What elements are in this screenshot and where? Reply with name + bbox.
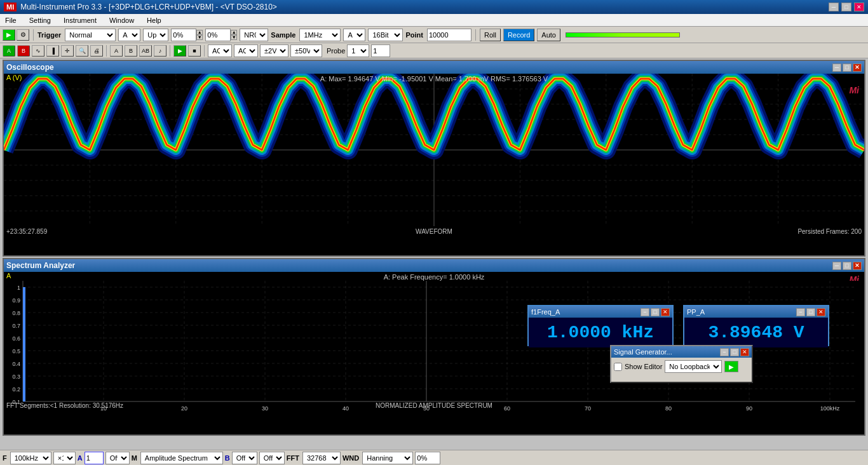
channel2-select[interactable]: A B bbox=[343, 29, 365, 41]
osc-waveform-svg bbox=[4, 74, 864, 226]
osc-restore-btn[interactable]: □ bbox=[843, 64, 851, 72]
offset2-input[interactable]: 0% bbox=[205, 29, 231, 41]
freq-select[interactable]: 1MHz 500kHz bbox=[299, 29, 341, 41]
osc-title-bar: Oscilloscope ─ □ ✕ bbox=[4, 61, 864, 74]
spin-down[interactable]: ▼ bbox=[196, 35, 203, 40]
voltage2-select[interactable]: ±50V ±5V bbox=[290, 44, 322, 57]
menu-instrument[interactable]: Instrument bbox=[61, 15, 99, 25]
wnd-label: WND bbox=[342, 454, 359, 462]
osc-timestamp: +23:35:27.859 bbox=[6, 228, 47, 235]
off-select[interactable]: Off bbox=[105, 452, 130, 464]
svg-text:0.6: 0.6 bbox=[12, 335, 20, 342]
val-input[interactable]: 1 bbox=[85, 452, 104, 464]
fft-select[interactable]: 32768 bbox=[302, 452, 341, 464]
offset2-spinner[interactable]: ▲▼ bbox=[231, 30, 237, 40]
spec-min-btn[interactable]: ─ bbox=[832, 262, 841, 270]
a-icon[interactable]: A bbox=[110, 45, 123, 57]
off3-select[interactable]: Off bbox=[259, 452, 285, 464]
point-input[interactable]: 10000 bbox=[427, 29, 471, 41]
cursor-icon[interactable]: ✛ bbox=[61, 45, 74, 57]
offset1-input[interactable]: 0% bbox=[171, 29, 196, 41]
sig-gen-restore-btn[interactable]: □ bbox=[730, 348, 739, 356]
coupling-a-select[interactable]: AC DC bbox=[208, 44, 232, 57]
percent-input[interactable]: 0% bbox=[415, 452, 440, 464]
trigger-direction-select[interactable]: Up Down bbox=[143, 29, 168, 41]
ch-a-on-btn[interactable]: A bbox=[3, 45, 15, 57]
show-editor-label: Show Editor bbox=[625, 363, 662, 370]
trigger-label: Trigger bbox=[37, 31, 61, 39]
sep2 bbox=[475, 29, 476, 41]
menu-bar: File Setting Instrument Window Help bbox=[0, 14, 868, 27]
play-btn[interactable]: ▶ bbox=[724, 361, 738, 372]
osc-close-btn[interactable]: ✕ bbox=[853, 64, 862, 72]
f1freq-min-btn[interactable]: − bbox=[641, 308, 649, 316]
ch-b-on-btn[interactable]: B bbox=[17, 45, 30, 57]
pp-panel: PP_A − □ ✕ 3.89648 V bbox=[683, 305, 829, 346]
print-icon[interactable]: 🖨 bbox=[90, 45, 103, 57]
svg-text:80: 80 bbox=[665, 405, 672, 412]
nr-select[interactable]: NR0 NR1 bbox=[240, 29, 268, 41]
pp-min-btn[interactable]: − bbox=[796, 308, 805, 316]
svg-text:100kHz: 100kHz bbox=[820, 405, 840, 412]
sig-gen-close-btn[interactable]: ✕ bbox=[740, 348, 749, 356]
menu-setting[interactable]: Setting bbox=[27, 15, 53, 25]
stop-icon[interactable]: ■ bbox=[188, 45, 201, 57]
bits-select[interactable]: 16Bit 8Bit bbox=[368, 29, 403, 41]
osc-min-btn[interactable]: ─ bbox=[832, 64, 841, 72]
settings-icon[interactable]: ⚙ bbox=[17, 29, 29, 41]
zoom-icon[interactable]: 🔍 bbox=[76, 45, 88, 57]
ab-icon[interactable]: AB bbox=[139, 45, 152, 57]
svg-text:0.8: 0.8 bbox=[12, 310, 20, 316]
f-label: F bbox=[3, 454, 7, 462]
off2-select[interactable]: Off bbox=[232, 452, 257, 464]
spin-up[interactable]: ▲ bbox=[196, 30, 203, 35]
spec-title: Spectrum Analyzer bbox=[6, 261, 75, 270]
close-btn[interactable]: ✕ bbox=[854, 3, 864, 11]
f1freq-restore-btn[interactable]: □ bbox=[651, 308, 660, 316]
restore-btn[interactable]: □ bbox=[841, 3, 851, 11]
minimize-btn[interactable]: ─ bbox=[829, 3, 839, 11]
sample-label: Sample bbox=[271, 31, 295, 39]
b-label: B bbox=[225, 454, 230, 462]
record-button[interactable]: Record bbox=[503, 29, 534, 41]
menu-help[interactable]: Help bbox=[144, 15, 164, 25]
voltage-select[interactable]: ±2V ±5V bbox=[260, 44, 288, 57]
pp-close-btn[interactable]: ✕ bbox=[817, 308, 825, 316]
b-icon[interactable]: B bbox=[125, 45, 137, 57]
trigger-channel-select[interactable]: A B bbox=[118, 29, 140, 41]
title-bar-controls: ─ □ ✕ bbox=[829, 3, 864, 11]
f1freq-close-btn[interactable]: ✕ bbox=[661, 308, 670, 316]
freq-bottom-select[interactable]: 100kHz bbox=[10, 452, 51, 464]
menu-file[interactable]: File bbox=[3, 15, 19, 25]
spin-up2[interactable]: ▲ bbox=[231, 30, 237, 35]
menu-window[interactable]: Window bbox=[107, 15, 137, 25]
wnd-select[interactable]: Hanning bbox=[362, 452, 413, 464]
probe-val2-input[interactable]: 1 bbox=[371, 44, 390, 57]
spec-restore-btn[interactable]: □ bbox=[843, 262, 851, 270]
auto-button[interactable]: Auto bbox=[537, 29, 560, 41]
probe-val-select[interactable]: 1 10 bbox=[347, 44, 369, 57]
roll-button[interactable]: Roll bbox=[480, 29, 501, 41]
spec-close-btn[interactable]: ✕ bbox=[853, 262, 862, 270]
pp-restore-btn[interactable]: □ bbox=[806, 308, 815, 316]
bar-icon[interactable]: ▐ bbox=[46, 45, 59, 57]
run-icon[interactable]: ▶ bbox=[173, 45, 186, 57]
sep1 bbox=[33, 29, 34, 41]
spin-down2[interactable]: ▼ bbox=[231, 35, 237, 40]
mult-select[interactable]: ×1 bbox=[53, 452, 76, 464]
speaker-icon[interactable]: ♪ bbox=[154, 45, 166, 57]
wave-icon[interactable]: ∿ bbox=[32, 45, 44, 57]
svg-text:0.3: 0.3 bbox=[12, 374, 20, 380]
coupling-b-select[interactable]: AC DC bbox=[234, 44, 258, 57]
svg-rect-41 bbox=[23, 287, 25, 401]
trigger-mode-select[interactable]: Normal Auto Single bbox=[65, 29, 116, 41]
f1freq-title: f1Freq_A bbox=[531, 308, 560, 316]
sig-gen-min-btn[interactable]: − bbox=[720, 348, 729, 356]
show-editor-checkbox[interactable] bbox=[614, 363, 622, 371]
play-icon[interactable]: ▶ bbox=[3, 29, 15, 41]
loopback-select[interactable]: No Loopback bbox=[665, 360, 722, 373]
offset1-spinner[interactable]: ▲▼ bbox=[196, 30, 203, 40]
osc-title: Oscilloscope bbox=[6, 63, 54, 72]
svg-text:0.7: 0.7 bbox=[12, 323, 20, 329]
mode-select[interactable]: Amplitude Spectrum bbox=[140, 452, 223, 464]
